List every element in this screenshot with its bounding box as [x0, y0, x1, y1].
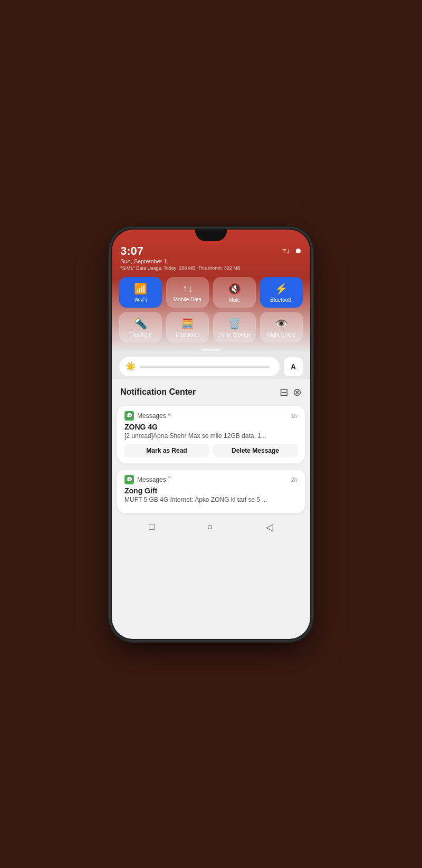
quick-toggles-row2: 🔦 Flashlight 🧮 Calculator 🗑️ Clean Stora…	[112, 312, 310, 346]
notif-time-2: 2h	[291, 476, 298, 483]
bottom-nav: □ ○ ◁	[112, 516, 310, 541]
notification-clear-icon[interactable]: ⊗	[293, 386, 302, 398]
notif-app-row-1: 💬 Messages ^	[124, 411, 171, 421]
menu-icon: ≡↓	[282, 246, 290, 255]
phone-inner: 3:07 Sun, September 1 "SIM1" Data Usage,…	[112, 230, 310, 639]
calculator-icon: 🧮	[181, 317, 194, 330]
quick-toggles-row1: 📶 Wi-Fi ↑↓ Mobile Data 🔇 Mute ⚡ Bluetoot…	[112, 273, 310, 312]
toggle-bluetooth[interactable]: ⚡ Bluetooth	[260, 277, 303, 308]
notif-app-name-1: Messages ^	[137, 412, 171, 419]
messages-app-icon-1: 💬	[124, 411, 134, 421]
phone-notch	[195, 230, 227, 241]
clean-storage-icon: 🗑️	[228, 317, 241, 330]
notification-settings-icon[interactable]: ⊟	[280, 386, 289, 398]
status-date: Sun, September 1	[120, 258, 241, 264]
phone-screen: 3:07 Sun, September 1 "SIM1" Data Usage,…	[112, 230, 310, 639]
flashlight-icon: 🔦	[134, 317, 147, 330]
notif-sender-2: Zong Gift	[124, 487, 298, 495]
drag-handle	[112, 346, 310, 354]
toggle-clean-storage[interactable]: 🗑️ Clean Storage	[213, 312, 256, 342]
notif-time-1: 1h	[291, 413, 298, 419]
toggle-mute-label: Mute	[228, 297, 240, 303]
toggle-wifi-label: Wi-Fi	[135, 297, 147, 303]
notification-header: Notification Center ⊟ ⊗	[112, 379, 310, 403]
notif-divider	[117, 466, 305, 466]
toggle-mute[interactable]: 🔇 Mute	[213, 277, 256, 308]
brightness-sun-icon: ☀️	[126, 361, 136, 371]
toggle-wifi[interactable]: 📶 Wi-Fi	[119, 277, 162, 308]
toggle-clean-storage-label: Clean Storage	[218, 332, 252, 338]
notif-app-row-2: 💬 Messages ˅	[124, 475, 171, 484]
status-data-usage: "SIM1" Data Usage, Today: 288 MB, This M…	[120, 265, 241, 271]
toggle-night-shield[interactable]: 👁️ Night Shield	[260, 312, 303, 342]
status-left: 3:07 Sun, September 1 "SIM1" Data Usage,…	[120, 244, 241, 271]
night-shield-icon: 👁️	[275, 317, 288, 330]
notif-app-name-2: Messages ˅	[137, 476, 171, 483]
toggle-mobile-data[interactable]: ↑↓ Mobile Data	[166, 277, 209, 308]
notification-card-1: 💬 Messages ^ 1h ZONG 4G [2 unread]Apna S…	[117, 406, 305, 463]
mute-icon: 🔇	[228, 282, 241, 295]
mobile-data-icon: ↑↓	[183, 282, 193, 294]
home-nav-button[interactable]: ○	[207, 521, 213, 532]
toggle-flashlight-label: Flashlight	[129, 332, 152, 338]
notification-center-title: Notification Center	[120, 387, 196, 397]
phone-device: 3:07 Sun, September 1 "SIM1" Data Usage,…	[111, 228, 311, 640]
brightness-slider[interactable]: ☀️	[119, 357, 280, 376]
drag-bar	[202, 349, 220, 351]
brightness-track	[139, 366, 270, 368]
toggle-bluetooth-label: Bluetooth	[270, 297, 292, 303]
status-time: 3:07	[120, 244, 241, 258]
notif-preview-1: [2 unread]Apna Shehr Max se mile 12GB da…	[124, 432, 298, 440]
toggle-flashlight[interactable]: 🔦 Flashlight	[119, 312, 162, 342]
toggle-calculator-label: Calculator	[176, 332, 199, 338]
messages-app-icon-2: 💬	[124, 475, 134, 484]
notif-sender-1: ZONG 4G	[124, 423, 298, 431]
toggle-mobile-data-label: Mobile Data	[174, 297, 202, 303]
auto-brightness-button[interactable]: A	[284, 357, 303, 376]
recents-nav-button[interactable]: □	[149, 521, 155, 532]
delete-message-button[interactable]: Delete Message	[213, 444, 298, 457]
bluetooth-icon: ⚡	[275, 282, 288, 295]
toggle-calculator[interactable]: 🧮 Calculator	[166, 312, 209, 342]
notif-action-buttons-1: Mark as Read Delete Message	[124, 444, 298, 457]
record-icon: ⏺	[294, 246, 302, 255]
back-nav-button[interactable]: ◁	[266, 521, 273, 533]
mark-as-read-button[interactable]: Mark as Read	[124, 444, 209, 457]
wifi-icon: 📶	[134, 282, 147, 295]
status-icons: ≡↓ ⏺	[282, 244, 302, 255]
toggle-night-shield-label: Night Shield	[267, 332, 296, 338]
notif-preview-2: MUFT 5 GB 4G Internet: Apko ZONG ki tarf…	[124, 496, 298, 503]
notification-area: Notification Center ⊟ ⊗ 💬 Messages ^ 1h	[112, 379, 310, 639]
brightness-row: ☀️ A	[112, 354, 310, 379]
notif-card-1-header: 💬 Messages ^ 1h	[124, 411, 298, 421]
notif-card-2-header: 💬 Messages ˅ 2h	[124, 475, 298, 484]
notification-header-actions: ⊟ ⊗	[280, 386, 302, 398]
notification-card-2: 💬 Messages ˅ 2h Zong Gift MUFT 5 GB 4G I…	[117, 470, 305, 513]
